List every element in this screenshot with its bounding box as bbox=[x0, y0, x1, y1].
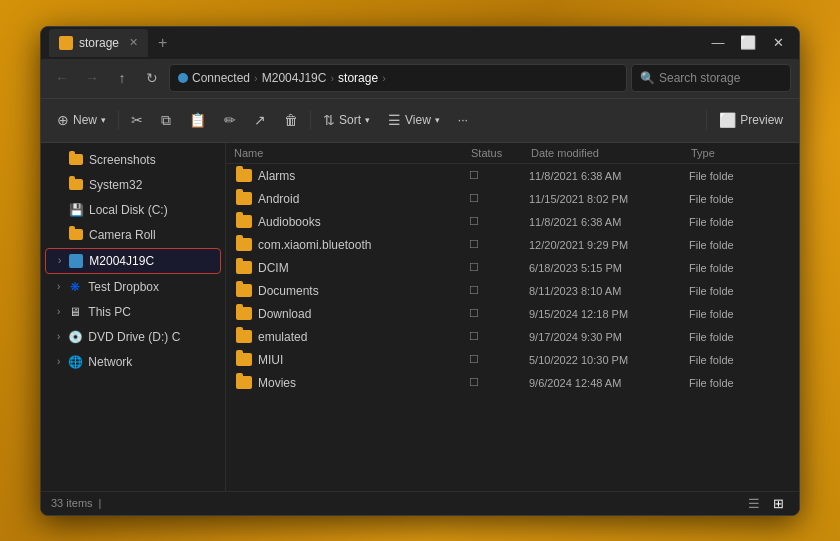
file-status-cell: ☐ bbox=[469, 215, 529, 228]
search-box[interactable]: 🔍 Search storage bbox=[631, 64, 791, 92]
breadcrumb-connected[interactable]: Connected bbox=[192, 71, 250, 85]
sidebar-item-network[interactable]: › 🌐 Network bbox=[45, 350, 221, 374]
folder-icon bbox=[236, 215, 252, 228]
m2004-icon bbox=[69, 254, 83, 268]
close-button[interactable]: ✕ bbox=[765, 34, 791, 52]
sidebar-item-system32[interactable]: System32 bbox=[45, 173, 221, 197]
sidebar-label-camera-roll: Camera Roll bbox=[89, 228, 156, 242]
share-button[interactable]: ↗ bbox=[246, 105, 274, 135]
sort-button[interactable]: ⇅ Sort ▾ bbox=[315, 105, 378, 135]
table-row[interactable]: Movies ☐ 9/6/2024 12:48 AM File folde bbox=[228, 372, 797, 394]
col-date[interactable]: Date modified bbox=[531, 147, 691, 159]
file-date-cell: 11/8/2021 6:38 AM bbox=[529, 170, 689, 182]
new-tab-button[interactable]: + bbox=[158, 34, 167, 52]
col-type[interactable]: Type bbox=[691, 147, 791, 159]
minimize-button[interactable]: — bbox=[705, 34, 731, 52]
paste-button[interactable]: 📋 bbox=[181, 105, 214, 135]
tab-folder-icon bbox=[59, 36, 73, 50]
sidebar-item-test-dropbox[interactable]: › ❋ Test Dropbox bbox=[45, 275, 221, 299]
table-row[interactable]: Android ☐ 11/15/2021 8:02 PM File folde bbox=[228, 188, 797, 210]
preview-button[interactable]: ⬜ Preview bbox=[711, 105, 791, 135]
file-status-cell: ☐ bbox=[469, 376, 529, 389]
table-row[interactable]: Documents ☐ 8/11/2023 8:10 AM File folde bbox=[228, 280, 797, 302]
file-type-cell: File folde bbox=[689, 216, 789, 228]
search-placeholder: Search storage bbox=[659, 71, 740, 85]
file-date-cell: 9/17/2024 9:30 PM bbox=[529, 331, 689, 343]
file-name-text: Documents bbox=[258, 284, 319, 298]
col-name[interactable]: Name bbox=[234, 147, 471, 159]
back-button[interactable]: ← bbox=[49, 65, 75, 91]
table-row[interactable]: com.xiaomi.bluetooth ☐ 12/20/2021 9:29 P… bbox=[228, 234, 797, 256]
system32-icon bbox=[69, 178, 83, 192]
list-view-button[interactable]: ☰ bbox=[743, 494, 765, 512]
dropbox-icon: ❋ bbox=[68, 280, 82, 294]
file-name-text: Download bbox=[258, 307, 311, 321]
table-row[interactable]: Download ☐ 9/15/2024 12:18 PM File folde bbox=[228, 303, 797, 325]
sidebar-item-dvd-drive[interactable]: › 💿 DVD Drive (D:) C bbox=[45, 325, 221, 349]
breadcrumb-storage[interactable]: storage bbox=[338, 71, 378, 85]
rename-icon: ✏ bbox=[224, 112, 236, 128]
rename-button[interactable]: ✏ bbox=[216, 105, 244, 135]
sidebar-item-camera-roll[interactable]: Camera Roll bbox=[45, 223, 221, 247]
file-name-cell: Download bbox=[236, 307, 469, 321]
table-row[interactable]: emulated ☐ 9/17/2024 9:30 PM File folde bbox=[228, 326, 797, 348]
sep3: › bbox=[382, 72, 386, 84]
file-name-cell: Documents bbox=[236, 284, 469, 298]
copy-icon: ⧉ bbox=[161, 112, 171, 129]
view-chevron: ▾ bbox=[435, 115, 440, 125]
file-name-cell: Android bbox=[236, 192, 469, 206]
window-controls: — ⬜ ✕ bbox=[705, 34, 791, 52]
copy-button[interactable]: ⧉ bbox=[153, 105, 179, 135]
dropbox-chevron: › bbox=[57, 281, 60, 292]
file-name-cell: Alarms bbox=[236, 169, 469, 183]
delete-icon: 🗑 bbox=[284, 112, 298, 128]
breadcrumb-device[interactable]: M2004J19C bbox=[262, 71, 327, 85]
breadcrumb[interactable]: Connected › M2004J19C › storage › bbox=[169, 64, 627, 92]
table-row[interactable]: Audiobooks ☐ 11/8/2021 6:38 AM File fold… bbox=[228, 211, 797, 233]
file-name-text: Alarms bbox=[258, 169, 295, 183]
table-row[interactable]: DCIM ☐ 6/18/2023 5:15 PM File folde bbox=[228, 257, 797, 279]
tab-storage[interactable]: storage ✕ bbox=[49, 29, 148, 57]
folder-icon bbox=[236, 192, 252, 205]
new-chevron: ▾ bbox=[101, 115, 106, 125]
folder-icon bbox=[236, 353, 252, 366]
sidebar-item-screenshots[interactable]: Screenshots bbox=[45, 148, 221, 172]
sidebar-label-this-pc: This PC bbox=[88, 305, 131, 319]
thispc-chevron: › bbox=[57, 306, 60, 317]
table-row[interactable]: Alarms ☐ 11/8/2021 6:38 AM File folde bbox=[228, 165, 797, 187]
folder-icon bbox=[236, 330, 252, 343]
sidebar-label-m2004j19c: M2004J19C bbox=[89, 254, 154, 268]
forward-button[interactable]: → bbox=[79, 65, 105, 91]
new-label: New bbox=[73, 113, 97, 127]
view-button[interactable]: ☰ View ▾ bbox=[380, 105, 448, 135]
file-status-cell: ☐ bbox=[469, 261, 529, 274]
folder-icon bbox=[236, 284, 252, 297]
sidebar-item-this-pc[interactable]: › 🖥 This PC bbox=[45, 300, 221, 324]
grid-view-button[interactable]: ⊞ bbox=[767, 494, 789, 512]
sidebar: Screenshots System32 💾 Local Disk (C:) C… bbox=[41, 143, 226, 491]
m2004-chevron: › bbox=[58, 255, 61, 266]
connected-icon bbox=[178, 73, 188, 83]
file-type-cell: File folde bbox=[689, 170, 789, 182]
new-button[interactable]: ⊕ New ▾ bbox=[49, 105, 114, 135]
col-status[interactable]: Status bbox=[471, 147, 531, 159]
file-status-cell: ☐ bbox=[469, 169, 529, 182]
tab-close-button[interactable]: ✕ bbox=[129, 36, 138, 49]
file-date-cell: 9/15/2024 12:18 PM bbox=[529, 308, 689, 320]
cut-button[interactable]: ✂ bbox=[123, 105, 151, 135]
sidebar-item-m2004j19c[interactable]: › M2004J19C bbox=[45, 248, 221, 274]
sidebar-label-test-dropbox: Test Dropbox bbox=[88, 280, 159, 294]
screenshots-icon bbox=[69, 153, 83, 167]
sidebar-item-local-disk[interactable]: 💾 Local Disk (C:) bbox=[45, 198, 221, 222]
refresh-button[interactable]: ↻ bbox=[139, 65, 165, 91]
dvd-icon: 💿 bbox=[68, 330, 82, 344]
cut-icon: ✂ bbox=[131, 112, 143, 128]
up-button[interactable]: ↑ bbox=[109, 65, 135, 91]
file-list: Name Status Date modified Type Alarms ☐ … bbox=[226, 143, 799, 491]
maximize-button[interactable]: ⬜ bbox=[735, 34, 761, 52]
delete-button[interactable]: 🗑 bbox=[276, 105, 306, 135]
address-bar: ← → ↑ ↻ Connected › M2004J19C › storage … bbox=[41, 59, 799, 99]
table-row[interactable]: MIUI ☐ 5/10/2022 10:30 PM File folde bbox=[228, 349, 797, 371]
more-button[interactable]: ··· bbox=[450, 105, 476, 135]
cursor-indicator: | bbox=[99, 497, 102, 509]
